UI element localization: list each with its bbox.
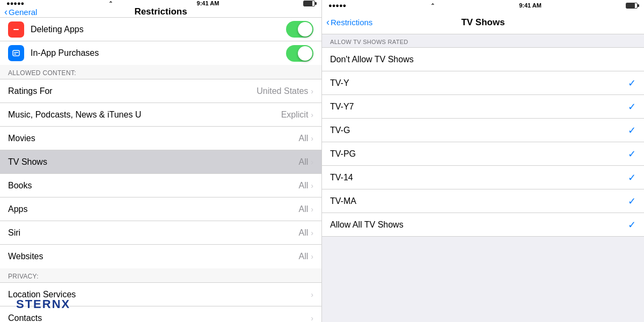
music-podcasts-item[interactable]: Music, Podcasts, News & iTunes U Explici… <box>0 103 321 127</box>
left-panel: ●●●●● ⌃ 9:41 AM ‹ General Restrictions D… <box>0 0 322 322</box>
right-time: 9:41 AM <box>519 2 541 9</box>
left-nav-bar: ‹ General Restrictions <box>0 6 321 18</box>
tv-ma-item[interactable]: TV-MA ✓ <box>322 189 644 213</box>
tv-14-checkmark-icon: ✓ <box>628 172 636 184</box>
in-app-purchases-item[interactable]: In-App Purchases <box>0 41 321 65</box>
deleting-apps-label: Deleting Apps <box>31 25 286 34</box>
movies-item[interactable]: Movies All › <box>0 127 321 150</box>
tv-pg-label: TV-PG <box>330 149 628 159</box>
tv-g-checkmark-icon: ✓ <box>628 125 636 136</box>
websites-item[interactable]: Websites All › <box>0 245 321 268</box>
svg-rect-1 <box>13 50 19 56</box>
apps-item[interactable]: Apps All › <box>0 197 321 221</box>
websites-chevron-icon: › <box>311 252 313 261</box>
signal-dots: ●●●●● <box>6 0 24 6</box>
in-app-purchases-icon <box>8 45 24 61</box>
tv-y7-checkmark-icon: ✓ <box>628 101 636 113</box>
apps-chevron-icon: › <box>311 205 313 214</box>
contacts-label: Contacts <box>8 313 311 322</box>
tv-shows-chevron-icon: › <box>311 158 313 166</box>
ratings-for-chevron-icon: › <box>311 87 313 96</box>
tv-y7-label: TV-Y7 <box>330 102 628 112</box>
right-status-bar: ●●●●● ⌃ 9:41 AM <box>322 0 644 11</box>
music-podcasts-chevron-icon: › <box>311 111 313 119</box>
movies-chevron-icon: › <box>311 134 313 143</box>
in-app-purchases-label: In-App Purchases <box>31 48 286 58</box>
books-item[interactable]: Books All › <box>0 174 321 197</box>
tv-y-item[interactable]: TV-Y ✓ <box>322 71 644 95</box>
deleting-apps-icon <box>8 21 24 38</box>
ratings-for-value: United States <box>257 86 308 96</box>
contacts-chevron-icon: › <box>311 314 313 322</box>
right-battery-area <box>626 3 638 9</box>
svg-rect-3 <box>14 54 16 55</box>
tv-ma-checkmark-icon: ✓ <box>628 195 636 207</box>
music-podcasts-value: Explicit <box>281 110 309 120</box>
tv-14-item[interactable]: TV-14 ✓ <box>322 166 644 189</box>
right-nav-bar: ‹ Restrictions TV Shows <box>322 11 644 34</box>
music-podcasts-label: Music, Podcasts, News & iTunes U <box>8 110 281 120</box>
movies-label: Movies <box>8 134 299 143</box>
wifi-icon: ⌃ <box>108 1 113 6</box>
tv-pg-item[interactable]: TV-PG ✓ <box>322 142 644 166</box>
svg-rect-2 <box>14 52 18 53</box>
allow-all-item[interactable]: Allow All TV Shows ✓ <box>322 213 644 237</box>
websites-value: All <box>299 252 309 261</box>
right-signal-dots: ●●●●● <box>328 2 346 9</box>
brand: STERNX <box>16 297 70 311</box>
right-back-button[interactable]: ‹ Restrictions <box>326 18 372 27</box>
books-chevron-icon: › <box>311 181 313 190</box>
left-nav-title: Restrictions <box>134 6 187 17</box>
back-button[interactable]: ‹ General <box>4 8 37 17</box>
tv-y-label: TV-Y <box>330 78 628 88</box>
apps-value: All <box>299 204 309 214</box>
location-services-chevron-icon: › <box>311 290 313 299</box>
tv-g-label: TV-G <box>330 126 628 135</box>
tv-shows-value: All <box>299 157 309 167</box>
deleting-apps-item[interactable]: Deleting Apps <box>0 18 321 41</box>
right-panel: ●●●●● ⌃ 9:41 AM ‹ Restrictions TV Shows … <box>322 0 644 322</box>
tv-pg-checkmark-icon: ✓ <box>628 148 636 160</box>
apps-label: Apps <box>8 204 299 214</box>
in-app-purchases-toggle[interactable] <box>286 45 313 62</box>
allowed-content-header: ALLOWED CONTENT: <box>0 65 321 79</box>
books-label: Books <box>8 181 299 191</box>
allow-all-checkmark-icon: ✓ <box>628 219 636 231</box>
movies-value: All <box>299 134 309 143</box>
dont-allow-item[interactable]: Don't Allow TV Shows <box>322 48 644 71</box>
right-nav-title: TV Shows <box>461 17 504 28</box>
allow-tv-shows-header: ALLOW TV SHOWS RATED <box>322 34 644 48</box>
svg-rect-0 <box>13 29 19 30</box>
right-back-label[interactable]: Restrictions <box>331 18 372 27</box>
siri-value: All <box>299 228 309 238</box>
allow-all-label: Allow All TV Shows <box>330 220 628 230</box>
battery-area <box>303 1 315 6</box>
tv-shows-item[interactable]: TV Shows All › <box>0 150 321 174</box>
ratings-for-item[interactable]: Ratings For United States › <box>0 79 321 103</box>
deleting-apps-toggle[interactable] <box>286 21 313 38</box>
siri-item[interactable]: Siri All › <box>0 221 321 245</box>
back-chevron-icon: ‹ <box>4 7 8 17</box>
books-value: All <box>299 181 309 191</box>
right-wifi-icon: ⌃ <box>430 3 435 9</box>
ratings-for-label: Ratings For <box>8 86 257 96</box>
rating-items-section: Don't Allow TV Shows TV-Y ✓ TV-Y7 ✓ TV-G… <box>322 48 644 237</box>
brand-text: STERNX <box>16 297 70 311</box>
left-time: 9:41 AM <box>197 0 219 6</box>
right-battery-icon <box>626 3 638 9</box>
dont-allow-label: Don't Allow TV Shows <box>330 55 636 64</box>
back-label[interactable]: General <box>9 8 37 17</box>
bottom-empty-area <box>322 237 644 322</box>
right-back-chevron-icon: ‹ <box>326 17 330 27</box>
siri-label: Siri <box>8 228 299 238</box>
content-items-section: Ratings For United States › Music, Podca… <box>0 79 321 268</box>
tv-y-checkmark-icon: ✓ <box>628 77 636 89</box>
tv-ma-label: TV-MA <box>330 196 628 206</box>
tv-g-item[interactable]: TV-G ✓ <box>322 119 644 142</box>
privacy-header: PRIVACY: <box>0 268 321 283</box>
siri-chevron-icon: › <box>311 229 313 237</box>
left-status-bar: ●●●●● ⌃ 9:41 AM <box>0 0 321 6</box>
websites-label: Websites <box>8 252 299 261</box>
top-items-section: Deleting Apps In-App Purchases <box>0 18 321 65</box>
tv-y7-item[interactable]: TV-Y7 ✓ <box>322 95 644 119</box>
